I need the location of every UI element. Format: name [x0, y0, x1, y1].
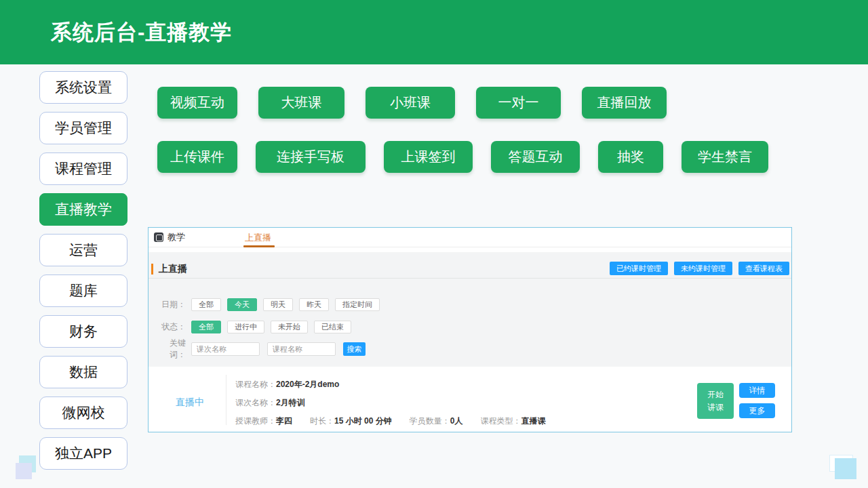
sidebar-item-system-settings[interactable]: 系统设置 [39, 71, 127, 104]
app-label: 教学 [167, 231, 185, 243]
feature-lottery[interactable]: 抽奖 [598, 141, 663, 173]
decor-square-bottom-right-cyan [835, 458, 856, 479]
teaching-app-icon [154, 232, 163, 242]
tab-go-live-label: 上直播 [245, 232, 271, 244]
status-option-not-started[interactable]: 未开始 [271, 321, 308, 333]
start-teaching-line2: 讲课 [707, 401, 724, 414]
feature-upload-courseware[interactable]: 上传课件 [157, 141, 237, 173]
detail-button[interactable]: 详情 [739, 383, 775, 398]
duration-meta: 时长： 15 小时 00 分钟 [310, 415, 392, 427]
section-header-buttons: 已约课时管理 未约课时管理 查看课程表 [610, 262, 789, 275]
course-name-input[interactable] [267, 342, 336, 356]
status-filter-label: 状态： [154, 321, 186, 333]
start-teaching-line1: 开始 [707, 388, 724, 401]
filter-row-status: 状态： 全部 进行中 未开始 已结束 [154, 320, 786, 333]
student-count-label: 学员数量： [410, 415, 450, 427]
feature-small-class[interactable]: 小班课 [366, 87, 455, 119]
date-filter-label: 日期： [154, 299, 186, 310]
view-schedule-button[interactable]: 查看课程表 [738, 262, 789, 275]
filter-row-date: 日期： 全部 今天 明天 昨天 指定时间 [154, 298, 786, 311]
course-name-label: 课程名称： [235, 379, 276, 390]
section-accent-bar [151, 264, 153, 274]
feature-class-checkin[interactable]: 上课签到 [384, 141, 473, 173]
session-name-value: 2月特训 [276, 397, 305, 409]
course-details: 课程名称： 2020年-2月demo 课次名称： 2月特训 授课教师： 李四 时… [235, 375, 563, 430]
course-name-line: 课程名称： 2020年-2月demo [235, 375, 563, 394]
course-type-value: 直播课 [521, 415, 545, 427]
date-option-yesterday[interactable]: 昨天 [299, 298, 329, 311]
booked-hours-button[interactable]: 已约课时管理 [610, 262, 668, 275]
sidebar: 系统设置 学员管理 课程管理 直播教学 运营 题库 财务 数据 微网校 独立AP… [39, 71, 127, 470]
session-name-label: 课次名称： [235, 397, 276, 409]
live-status-badge: 直播中 [176, 396, 204, 409]
section-header: 上直播 已约课时管理 未约课时管理 查看课程表 [149, 260, 791, 279]
course-meta-line: 授课教师： 李四 时长： 15 小时 00 分钟 学员数量： 0人 课程类型： … [235, 412, 563, 430]
page-title: 系统后台-直播教学 [51, 0, 232, 64]
filter-row-keyword: 关键词： 搜索 [154, 342, 786, 356]
vertical-divider [226, 375, 226, 425]
live-admin-panel: 教学 上直播 上直播 已约课时管理 未约课时管理 查看课程表 日期： 全部 今天… [148, 227, 792, 432]
course-type-label: 课程类型： [480, 415, 521, 427]
date-option-custom[interactable]: 指定时间 [335, 298, 380, 311]
panel-tabbar: 教学 上直播 [149, 228, 791, 247]
feature-large-class[interactable]: 大班课 [258, 87, 344, 119]
tab-active-underline [243, 245, 275, 247]
status-option-ended[interactable]: 已结束 [314, 321, 351, 333]
sidebar-item-course-management[interactable]: 课程管理 [39, 152, 127, 185]
feature-row-1: 视频互动 大班课 小班课 一对一 直播回放 [157, 87, 768, 119]
status-option-ongoing[interactable]: 进行中 [227, 321, 264, 333]
duration-value: 15 小时 00 分钟 [334, 415, 392, 427]
feature-one-on-one[interactable]: 一对一 [476, 87, 561, 119]
session-name-input[interactable] [191, 342, 260, 356]
sidebar-item-data[interactable]: 数据 [39, 356, 127, 388]
feature-connect-tablet[interactable]: 连接手写板 [256, 141, 366, 173]
tabbar-spacer [149, 247, 791, 252]
feature-mute-student[interactable]: 学生禁言 [682, 141, 768, 173]
start-teaching-button[interactable]: 开始 讲课 [697, 383, 734, 419]
date-option-tomorrow[interactable]: 明天 [263, 298, 293, 311]
decor-square-bottom-left-lavender [16, 463, 32, 479]
feature-live-replay[interactable]: 直播回放 [582, 87, 667, 119]
feature-video-interaction[interactable]: 视频互动 [157, 87, 237, 119]
sidebar-item-standalone-app[interactable]: 独立APP [39, 437, 127, 470]
more-button[interactable]: 更多 [739, 403, 775, 418]
date-option-all[interactable]: 全部 [191, 298, 221, 311]
course-type-meta: 课程类型： 直播课 [480, 415, 545, 427]
status-option-all[interactable]: 全部 [191, 321, 221, 333]
duration-label: 时长： [310, 415, 334, 427]
feature-quiz-interaction[interactable]: 答题互动 [491, 141, 580, 173]
unbooked-hours-button[interactable]: 未约课时管理 [674, 262, 732, 275]
sidebar-item-live-teaching[interactable]: 直播教学 [39, 193, 127, 226]
feature-buttons: 视频互动 大班课 小班课 一对一 直播回放 上传课件 连接手写板 上课签到 答题… [157, 87, 768, 173]
section-title: 上直播 [159, 263, 187, 275]
date-option-today[interactable]: 今天 [227, 298, 257, 311]
page-header: 系统后台-直播教学 [0, 0, 868, 64]
feature-row-2: 上传课件 连接手写板 上课签到 答题互动 抽奖 学生禁言 [157, 141, 768, 173]
search-button[interactable]: 搜索 [343, 342, 366, 356]
teacher-meta: 授课教师： 李四 [235, 415, 292, 427]
teacher-label: 授课教师： [235, 415, 276, 427]
student-count-meta: 学员数量： 0人 [410, 415, 463, 427]
sidebar-item-student-management[interactable]: 学员管理 [39, 112, 127, 144]
teacher-value: 李四 [276, 415, 292, 427]
sidebar-item-micro-school[interactable]: 微网校 [39, 396, 127, 429]
filter-panel: 日期： 全部 今天 明天 昨天 指定时间 状态： 全部 进行中 未开始 已结束 … [154, 298, 786, 365]
session-name-line: 课次名称： 2月特训 [235, 394, 563, 412]
sidebar-item-question-bank[interactable]: 题库 [39, 274, 127, 307]
student-count-value: 0人 [450, 415, 463, 427]
course-row: 直播中 课程名称： 2020年-2月demo 课次名称： 2月特训 授课教师： … [149, 367, 791, 432]
sidebar-item-finance[interactable]: 财务 [39, 315, 127, 348]
tab-go-live[interactable]: 上直播 [245, 228, 271, 247]
panel-body: 上直播 已约课时管理 未约课时管理 查看课程表 日期： 全部 今天 明天 昨天 … [149, 252, 791, 432]
keyword-filter-label: 关键词： [154, 338, 186, 361]
sidebar-item-operations[interactable]: 运营 [39, 234, 127, 266]
course-name-value: 2020年-2月demo [276, 379, 339, 390]
